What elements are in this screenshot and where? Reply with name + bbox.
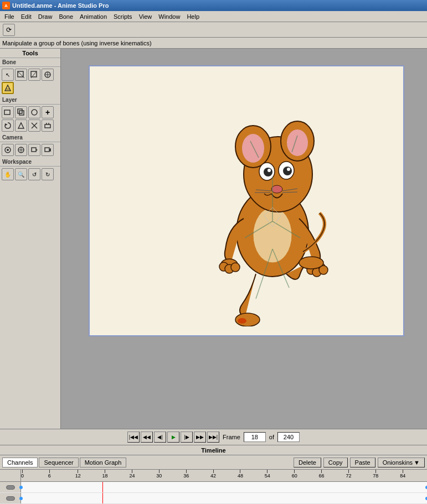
- layer-tool-6[interactable]: [15, 119, 27, 132]
- workspace-tool-undo[interactable]: ↺: [28, 168, 40, 180]
- paste-button[interactable]: Paste: [350, 458, 375, 467]
- svg-rect-11: [19, 111, 24, 115]
- workspace: [61, 49, 427, 429]
- layer-tool-4[interactable]: +: [42, 106, 54, 118]
- tab-sequencer[interactable]: Sequencer: [39, 458, 78, 467]
- menu-view[interactable]: View: [136, 12, 156, 21]
- timeline-label: Timeline: [0, 445, 427, 455]
- transport-step-forward[interactable]: |▶: [181, 432, 193, 443]
- transport-goto-end[interactable]: ▶▶|: [207, 432, 219, 443]
- tools-title: Tools: [0, 49, 60, 58]
- bone-tool-2[interactable]: [15, 69, 27, 81]
- layer-tool-3[interactable]: [28, 106, 40, 118]
- ruler-tick: 42: [210, 470, 216, 479]
- camera-tool-4[interactable]: [42, 144, 54, 156]
- frame-input[interactable]: [244, 432, 266, 442]
- svg-point-59: [299, 257, 323, 269]
- title-bar: A Untitled.anme - Anime Studio Pro: [0, 0, 427, 11]
- svg-point-58: [238, 318, 246, 324]
- transport-prev-keyframe[interactable]: ◀◀: [141, 432, 153, 443]
- content-area: Tools Bone ↖: [0, 49, 427, 429]
- ruler-tick: 66: [319, 470, 325, 479]
- menu-animation[interactable]: Animation: [76, 12, 110, 21]
- workspace-tools: ✋ 🔍 ↺ ↻: [0, 167, 60, 182]
- of-label: of: [269, 434, 274, 440]
- menu-file[interactable]: File: [1, 12, 18, 21]
- svg-rect-10: [18, 109, 22, 113]
- ruler-tick: 0: [21, 470, 24, 479]
- bone-tool-3[interactable]: [28, 69, 40, 81]
- onionskins-button[interactable]: Onionskins ▼: [378, 458, 425, 467]
- camera-tool-2[interactable]: [15, 144, 27, 156]
- tab-motion-graph[interactable]: Motion Graph: [80, 458, 127, 467]
- transport-next-keyframe[interactable]: ▶▶: [194, 432, 206, 443]
- bone-tool-1[interactable]: ↖: [2, 69, 14, 81]
- copy-button[interactable]: Copy: [323, 458, 348, 467]
- layer-tool-7[interactable]: [28, 119, 40, 132]
- keyframe-dot[interactable]: [19, 497, 23, 500]
- total-frames-input[interactable]: [277, 432, 300, 442]
- bone-tool-5-active[interactable]: [2, 82, 14, 94]
- menu-scripts[interactable]: Scripts: [110, 12, 136, 21]
- onionskins-arrow-icon: ▼: [414, 459, 420, 466]
- workspace-tool-zoom[interactable]: 🔍: [15, 168, 27, 180]
- svg-rect-27: [45, 148, 49, 152]
- layer-section-label: Layer: [0, 96, 60, 105]
- menu-bone[interactable]: Bone: [55, 12, 76, 21]
- toolbar-refresh-btn[interactable]: ⟳: [3, 24, 15, 36]
- bone-tools: ↖: [0, 67, 60, 96]
- bone-tool-4[interactable]: [42, 69, 54, 81]
- layer-tool-8[interactable]: [42, 119, 54, 132]
- svg-marker-14: [18, 123, 24, 128]
- svg-marker-26: [36, 149, 38, 151]
- menu-draw[interactable]: Draw: [35, 12, 56, 21]
- camera-tool-3[interactable]: [28, 144, 40, 156]
- svg-point-52: [231, 263, 240, 272]
- camera-section-label: Camera: [0, 133, 60, 142]
- svg-point-12: [32, 110, 37, 115]
- bone-icon-2: [6, 496, 15, 501]
- ruler-tick: 84: [400, 470, 405, 479]
- transport-goto-start[interactable]: |◀◀: [127, 432, 140, 443]
- menu-bar: File Edit Draw Bone Animation Scripts Vi…: [0, 11, 427, 22]
- transport-step-back[interactable]: ◀|: [154, 432, 166, 443]
- workspace-section-label: Workspace: [0, 158, 60, 167]
- layer-tool-2[interactable]: [15, 106, 27, 118]
- svg-point-44: [271, 185, 282, 193]
- row-content-1[interactable]: [21, 482, 427, 492]
- ruler-tick: 54: [265, 470, 270, 479]
- ruler-tick: 12: [75, 470, 81, 479]
- svg-rect-25: [32, 148, 36, 152]
- delete-button[interactable]: Delete: [294, 458, 321, 467]
- layer-tool-1[interactable]: [2, 106, 14, 118]
- ruler-tick: 72: [346, 470, 351, 479]
- svg-point-42: [267, 169, 271, 172]
- keyframe-dot[interactable]: [19, 486, 23, 489]
- jerry-character: [200, 89, 356, 326]
- menu-window[interactable]: Window: [155, 12, 183, 21]
- svg-rect-9: [4, 110, 10, 115]
- status-bar: Manipulate a group of bones (using inver…: [0, 38, 427, 49]
- transport-play[interactable]: ▶: [167, 432, 179, 443]
- ruler-tick: 6: [48, 470, 51, 479]
- workspace-tool-hand[interactable]: ✋: [2, 168, 14, 180]
- layer-tool-5[interactable]: [2, 119, 14, 132]
- bottom-panel: |◀◀ ◀◀ ◀| ▶ |▶ ▶▶ ▶▶| Frame of Timeline …: [0, 429, 427, 504]
- row-label-2: [0, 493, 21, 503]
- playhead: [102, 482, 103, 492]
- row-content-2[interactable]: [21, 493, 427, 503]
- tab-channels[interactable]: Channels: [2, 458, 38, 467]
- timeline-toolbar: Channels Sequencer Motion Graph Delete C…: [0, 455, 427, 470]
- layer-tools: +: [0, 105, 60, 133]
- timeline-rows: [0, 482, 427, 504]
- workspace-tool-redo[interactable]: ↻: [42, 168, 54, 180]
- frame-label: Frame: [223, 434, 240, 440]
- menu-edit[interactable]: Edit: [18, 12, 35, 21]
- svg-rect-17: [45, 124, 50, 128]
- camera-tool-1[interactable]: [2, 144, 14, 156]
- app-window: A Untitled.anme - Anime Studio Pro File …: [0, 0, 427, 504]
- svg-marker-7: [5, 85, 11, 91]
- ruler-tick: 24: [129, 470, 135, 479]
- svg-point-43: [287, 168, 290, 171]
- menu-help[interactable]: Help: [183, 12, 203, 21]
